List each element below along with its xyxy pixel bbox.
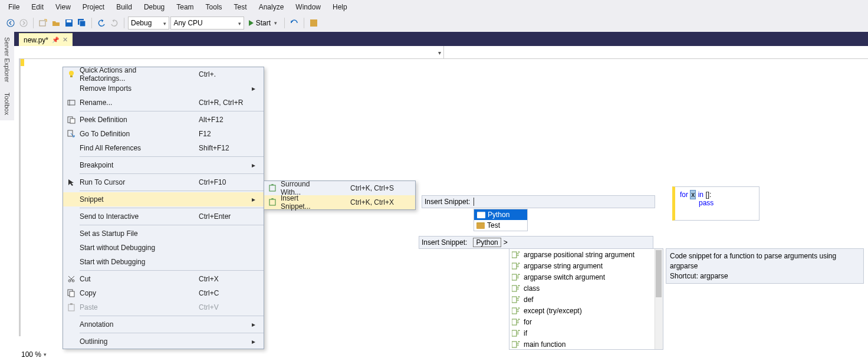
snippet-sub-surround-with[interactable]: Surround With...Ctrl+K, Ctrl+S: [264, 181, 415, 195]
menu-window[interactable]: Window: [290, 1, 327, 14]
ctx-label: Remove Imports: [80, 84, 199, 93]
breadcrumb-python[interactable]: Python: [473, 238, 501, 247]
cursor-icon: [63, 178, 80, 186]
ctx-rename[interactable]: Rename...Ctrl+R, Ctrl+R: [63, 96, 264, 110]
nav-back-icon[interactable]: [5, 17, 17, 29]
browser-link-icon[interactable]: [288, 17, 300, 29]
ctx-find-all-references[interactable]: Find All ReferencesShift+F12: [63, 141, 264, 155]
ctx-quick-actions-and-refactorings[interactable]: Quick Actions and Refactorings...Ctrl+.: [63, 67, 264, 81]
platform-dropdown[interactable]: Any CPU: [170, 17, 244, 29]
snippet-item-icon: [512, 251, 520, 258]
snippet-folder-python[interactable]: Python: [474, 209, 527, 220]
svg-point-0: [7, 19, 14, 27]
ctx-label: Quick Actions and Refactorings...: [80, 66, 199, 83]
member-dropdown[interactable]: [444, 46, 869, 58]
svg-rect-25: [512, 274, 517, 280]
snippet-item-main-function[interactable]: main function: [509, 339, 663, 350]
menu-help[interactable]: Help: [327, 1, 353, 14]
ctx-go-to-definition[interactable]: Go To DefinitionF12: [63, 127, 264, 141]
menu-view[interactable]: View: [50, 1, 77, 14]
ctx-snippet[interactable]: Snippet▸: [63, 192, 264, 206]
tooltip-line1: Code snippet for a function to parse arg…: [670, 251, 860, 271]
insert-snippet-prompt[interactable]: Insert Snippet:: [422, 195, 655, 208]
editor-gutter: [19, 59, 48, 336]
scope-dropdown[interactable]: [19, 46, 444, 58]
insert-snippet-label: Insert Snippet:: [425, 198, 470, 206]
menu-project[interactable]: Project: [77, 1, 110, 14]
pin-icon[interactable]: 📌: [52, 37, 59, 43]
menu-tools[interactable]: Tools: [200, 1, 228, 14]
svg-rect-21: [269, 185, 275, 191]
copy-icon: [63, 289, 80, 297]
rename-icon: [63, 99, 80, 107]
ctx-annotation[interactable]: Annotation▸: [63, 317, 264, 332]
svg-point-8: [69, 71, 74, 76]
snippet-item-except-try-except[interactable]: except (try/except): [509, 305, 663, 316]
menu-edit[interactable]: Edit: [25, 1, 50, 14]
paste-icon: [63, 303, 80, 311]
python-env-icon[interactable]: [308, 17, 320, 29]
breadcrumb-separator: >: [504, 238, 508, 247]
config-dropdown[interactable]: Debug: [128, 17, 169, 29]
insert-snippet-breadcrumb[interactable]: Insert Snippet: Python >: [419, 236, 653, 249]
snippet-item-if[interactable]: if: [509, 327, 663, 339]
svg-rect-6: [80, 21, 86, 27]
menu-file[interactable]: File: [2, 1, 25, 14]
ctx-breakpoint[interactable]: Breakpoint▸: [63, 158, 264, 172]
text-cursor: [474, 198, 474, 206]
svg-rect-24: [512, 263, 517, 269]
snippet-item-label: class: [524, 284, 540, 293]
menu-test[interactable]: Test: [228, 1, 253, 14]
menu-analyze[interactable]: Analyze: [253, 1, 290, 14]
server-explorer-tab[interactable]: Server Explorer: [1, 32, 13, 87]
close-tab-icon[interactable]: ✕: [63, 36, 68, 44]
open-file-icon[interactable]: [50, 17, 62, 29]
file-tab-new-py[interactable]: new.py* 📌 ✕: [19, 33, 73, 46]
snippet-sub-insert-snippet[interactable]: Insert Snippet...Ctrl+K, Ctrl+X: [264, 195, 415, 209]
snippet-item-argparse-switch-argument[interactable]: argparse switch argument: [509, 271, 663, 283]
ctx-copy[interactable]: CopyCtrl+C: [63, 286, 264, 300]
start-button[interactable]: Start▾: [245, 19, 281, 27]
svg-rect-13: [70, 119, 75, 123]
ctx-cut[interactable]: CutCtrl+X: [63, 272, 264, 286]
snippet-item-class[interactable]: class: [509, 283, 663, 294]
snippet-folder-test[interactable]: Test: [474, 220, 527, 231]
sub-label: Insert Snippet...: [281, 194, 350, 211]
zoom-control[interactable]: 100 % ▾: [21, 350, 47, 359]
ctx-remove-imports[interactable]: Remove Imports▸: [63, 81, 264, 96]
ctx-start-with-debugging[interactable]: Start with Debugging: [63, 255, 264, 269]
svg-rect-30: [512, 330, 517, 336]
scrollbar-thumb[interactable]: [656, 250, 662, 297]
ctx-label: Find All References: [80, 144, 199, 152]
ctx-set-as-startup-file[interactable]: Set as Startup File: [63, 227, 264, 241]
ctx-run-to-cursor[interactable]: Run To CursorCtrl+F10: [63, 175, 264, 189]
ctx-paste[interactable]: PasteCtrl+V: [63, 300, 264, 314]
save-icon[interactable]: [63, 17, 75, 29]
toolbox-tab[interactable]: Toolbox: [1, 87, 13, 120]
ctx-shortcut: F12: [199, 130, 249, 138]
save-all-icon[interactable]: [76, 17, 88, 29]
ctx-shortcut: Ctrl+Enter: [199, 212, 249, 221]
snippet-item-argparse-string-argument[interactable]: argparse string argument: [509, 260, 663, 271]
snippet-item-for[interactable]: for: [509, 316, 663, 327]
menu-team[interactable]: Team: [170, 1, 199, 14]
ctx-start-without-debugging[interactable]: Start without Debugging: [63, 241, 264, 255]
ctx-send-to-interactive[interactable]: Send to InteractiveCtrl+Enter: [63, 209, 264, 224]
scrollbar[interactable]: [655, 249, 663, 349]
snippet-item-label: except (try/except): [524, 307, 582, 315]
new-project-icon[interactable]: [37, 17, 49, 29]
undo-icon[interactable]: [96, 17, 107, 29]
svg-rect-2: [40, 21, 45, 26]
ctx-outlining[interactable]: Outlining▸: [63, 334, 264, 349]
goto-icon: [63, 130, 80, 138]
snippet-item-argparse-positional-string-argument[interactable]: argparse positional string argument: [509, 249, 663, 260]
snippet-placeholder[interactable]: x: [690, 190, 696, 199]
menu-debug[interactable]: Debug: [138, 1, 170, 14]
folder-icon: [477, 212, 485, 218]
sub-shortcut: Ctrl+K, Ctrl+S: [350, 184, 409, 192]
redo-icon[interactable]: [108, 17, 120, 29]
nav-fwd-icon[interactable]: [18, 17, 29, 29]
snippet-item-def[interactable]: def: [509, 294, 663, 305]
ctx-peek-definition[interactable]: Peek DefinitionAlt+F12: [63, 113, 264, 127]
menu-build[interactable]: Build: [110, 1, 138, 14]
